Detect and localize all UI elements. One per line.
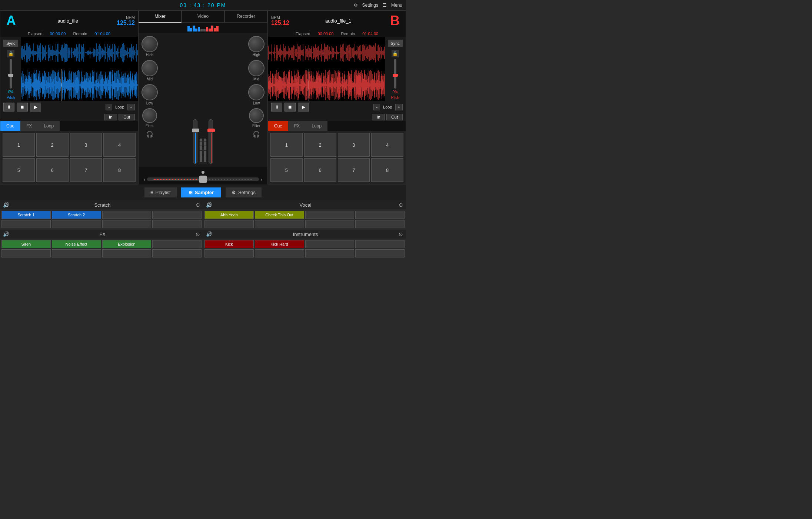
deck-a-pitch-slider[interactable] [10,59,12,89]
deck-a-pad-5[interactable]: 5 [3,158,35,182]
deck-b-pad-1[interactable]: 1 [270,133,303,157]
sampler-scratch-pad-2[interactable]: Scratch 2 [52,211,101,219]
sampler-instruments-pad-4[interactable] [355,240,405,248]
sampler-scratch-pad-3[interactable] [102,211,152,219]
deck-b-cue-tab[interactable]: Cue [268,121,288,131]
mixer-tab-mixer[interactable]: Mixer [139,10,182,23]
sampler-instruments-pad-7[interactable] [305,249,355,257]
sampler-instruments-pad-8[interactable] [355,249,405,257]
sampler-fx-pad-4[interactable] [152,240,202,248]
sampler-vocal-pad-3[interactable] [305,211,355,219]
sampler-scratch-pad-7[interactable] [102,220,152,228]
deck-b-loop-tab[interactable]: Loop [306,121,327,131]
sampler-button[interactable]: ⊞ Sampler [181,187,221,197]
sampler-scratch-pad-6[interactable] [52,220,101,228]
deck-a-pad-7[interactable]: 7 [70,158,102,182]
mixer-right-mid-knob[interactable] [248,60,264,76]
deck-a-loop-minus[interactable]: - [106,104,112,110]
sampler-fx-pad-7[interactable] [102,249,152,257]
deck-a-stop-button[interactable]: ⏹ [17,103,28,112]
sampler-instruments-pad-2[interactable]: Kick Hard [255,240,304,248]
sampler-scratch-play-icon[interactable]: ⊙ [196,202,200,208]
sampler-fx-play-icon[interactable]: ⊙ [196,231,200,237]
mixer-right-high-knob[interactable] [248,36,264,52]
mixer-crossfader-thumb[interactable] [199,176,207,183]
deck-b-play-button[interactable]: ▶ [298,103,309,112]
deck-a-pad-6[interactable]: 6 [36,158,69,182]
deck-b-pause-button[interactable]: ⏸ [271,103,282,112]
deck-b-pad-7[interactable]: 7 [338,158,370,182]
sampler-fx-pad-5[interactable] [1,249,51,257]
deck-b-pad-4[interactable]: 4 [371,133,403,157]
deck-a-in-button[interactable]: In [104,114,117,120]
menu-label[interactable]: Menu [391,3,402,8]
mixer-right-fader-track[interactable] [209,119,213,164]
deck-a-loop-plus[interactable]: + [127,104,135,110]
deck-b-fx-tab[interactable]: FX [288,121,306,131]
sampler-scratch-pad-4[interactable] [152,211,202,219]
deck-b-in-button[interactable]: In [372,114,385,120]
deck-a-fx-tab[interactable]: FX [20,121,38,131]
mixer-left-headphone-icon[interactable]: 🎧 [146,131,153,138]
sampler-fx-pad-3[interactable]: Explosion [102,240,152,248]
deck-b-pad-8[interactable]: 8 [371,158,403,182]
sampler-scratch-pad-1[interactable]: Scratch 1 [1,211,51,219]
sampler-instruments-play-icon[interactable]: ⊙ [399,231,403,237]
sampler-instruments-volume-icon[interactable]: 🔊 [206,231,212,237]
deck-b-pad-3[interactable]: 3 [338,133,370,157]
settings-label[interactable]: Settings [362,3,378,8]
sampler-scratch-pad-5[interactable] [1,220,51,228]
sampler-instruments-pad-3[interactable] [305,240,355,248]
sampler-scratch-volume-icon[interactable]: 🔊 [3,202,9,208]
sampler-vocal-pad-4[interactable] [355,211,405,219]
mixer-crossfader-track[interactable] [147,177,259,181]
sampler-fx-pad-8[interactable] [152,249,202,257]
deck-b-loop-minus[interactable]: - [373,104,380,110]
deck-a-cue-tab[interactable]: Cue [0,121,20,131]
sampler-instruments-pad-1[interactable]: Kick [204,240,254,248]
sampler-instruments-pad-6[interactable] [255,249,304,257]
mixer-left-fader-thumb[interactable] [192,129,199,132]
deck-b-pad-6[interactable]: 6 [304,158,336,182]
sampler-vocal-volume-icon[interactable]: 🔊 [206,202,212,208]
mixer-left-high-knob[interactable] [142,36,158,52]
mixer-tab-recorder[interactable]: Recorder [224,10,267,23]
deck-b-stop-button[interactable]: ⏹ [284,103,296,112]
sampler-vocal-play-icon[interactable]: ⊙ [399,202,403,208]
sampler-vocal-pad-1[interactable]: Ahh Yeah [204,211,254,219]
deck-a-out-button[interactable]: Out [119,114,135,120]
sampler-vocal-pad-2[interactable]: Check This Out [255,211,304,219]
mixer-right-fader-thumb[interactable] [207,129,215,132]
deck-a-pad-4[interactable]: 4 [103,133,136,157]
deck-b-sync-button[interactable]: Sync [388,40,403,47]
sampler-fx-pad-2[interactable]: Noise Effect [52,240,101,248]
deck-a-pad-3[interactable]: 3 [70,133,102,157]
sampler-scratch-pad-8[interactable] [152,220,202,228]
sampler-fx-pad-6[interactable] [52,249,101,257]
deck-a-play-button[interactable]: ▶ [30,103,41,112]
mixer-left-low-knob[interactable] [142,84,158,100]
sampler-instruments-pad-5[interactable] [204,249,254,257]
deck-a-pad-2[interactable]: 2 [36,133,69,157]
deck-a-pad-1[interactable]: 1 [3,133,35,157]
sampler-fx-pad-1[interactable]: Siren [1,240,51,248]
playlist-button[interactable]: ≡ Playlist [144,187,177,197]
mixer-right-filter-knob[interactable] [249,108,264,123]
sampler-vocal-pad-8[interactable] [355,220,405,228]
mixer-left-fader-track[interactable] [193,119,197,164]
mixer-crossfader-left-arrow[interactable]: ‹ [144,176,146,182]
mixer-left-mid-knob[interactable] [142,60,158,76]
deck-a-sync-button[interactable]: Sync [3,40,18,47]
sampler-vocal-pad-7[interactable] [305,220,355,228]
sampler-vocal-pad-6[interactable] [255,220,304,228]
mixer-right-low-knob[interactable] [248,84,264,100]
mixer-right-headphone-icon[interactable]: 🎧 [253,131,260,138]
deck-a-loop-tab[interactable]: Loop [38,121,60,131]
deck-b-loop-plus[interactable]: + [395,104,403,110]
sampler-fx-volume-icon[interactable]: 🔊 [3,231,9,237]
sampler-settings-button[interactable]: ⚙ Settings [226,187,262,197]
deck-b-pad-5[interactable]: 5 [270,158,303,182]
mixer-crossfader-right-arrow[interactable]: › [260,176,262,182]
deck-b-pitch-slider[interactable] [394,59,396,89]
mixer-left-filter-knob[interactable] [142,108,157,123]
